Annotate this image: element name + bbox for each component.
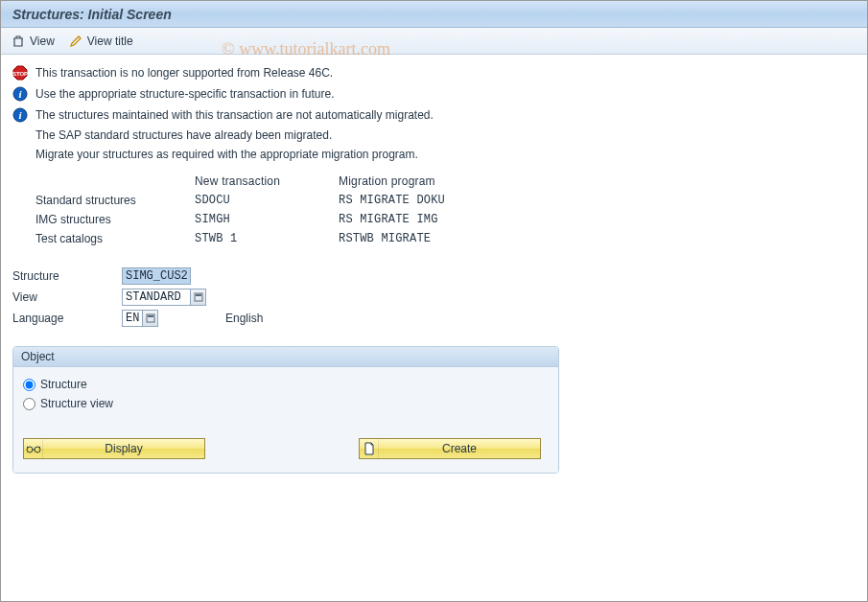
message-text: The structures maintained with this tran…: [35, 108, 434, 122]
radio-structure[interactable]: Structure: [23, 375, 549, 394]
table-row: Standard structures SDOCU RS MIGRATE DOK…: [12, 191, 856, 210]
svg-rect-9: [148, 315, 153, 317]
message-row: i The structures maintained with this tr…: [12, 104, 856, 126]
radio-structure-label: Structure: [40, 378, 87, 391]
display-button-label: Display: [43, 442, 204, 455]
radio-structure-view[interactable]: Structure view: [23, 394, 549, 413]
f4-icon: [194, 292, 203, 302]
view-button-label: View: [30, 35, 55, 48]
view-f4-button[interactable]: [191, 289, 206, 306]
message-text: Use the appropriate structure-specific t…: [35, 87, 334, 101]
view-input[interactable]: [122, 289, 191, 306]
language-input[interactable]: [122, 310, 143, 327]
pencil-icon: [68, 34, 83, 49]
message-row: STOP This transaction is no longer suppo…: [12, 62, 856, 83]
svg-text:STOP: STOP: [12, 71, 28, 77]
radio-structure-view-label: Structure view: [40, 397, 113, 410]
table-cell: IMG structures: [12, 213, 195, 226]
table-header-c: Migration program: [339, 174, 530, 188]
message-row: Migrate your structures as required with…: [12, 145, 856, 164]
view-button[interactable]: View: [11, 34, 55, 49]
table-row: Test catalogs STWB 1 RSTWB MIGRATE: [12, 229, 856, 248]
table-header-b: New transaction: [195, 174, 339, 188]
glasses-icon: [24, 439, 43, 458]
view-title-button-label: View title: [87, 35, 133, 48]
language-text: English: [225, 312, 263, 325]
table-cell: Standard structures: [12, 194, 195, 207]
view-title-button[interactable]: View title: [68, 34, 133, 49]
table-cell: RS MIGRATE DOKU: [339, 194, 530, 207]
form-area: Structure View Language English: [12, 266, 856, 329]
table-cell: STWB 1: [195, 232, 339, 245]
structure-input[interactable]: [122, 267, 191, 285]
table-row: IMG structures SIMGH RS MIGRATE IMG: [12, 210, 856, 229]
message-text: Migrate your structures as required with…: [35, 148, 418, 161]
table-header-a: [12, 174, 195, 188]
info-icon: i: [12, 86, 28, 102]
stop-icon: STOP: [12, 65, 28, 81]
page-title: Structures: Initial Screen: [12, 7, 172, 22]
svg-rect-7: [196, 294, 201, 296]
table-cell: SIMGH: [195, 213, 339, 226]
f4-icon: [146, 313, 155, 323]
new-page-icon: [360, 439, 379, 458]
trash-icon: [11, 34, 26, 49]
content-area: STOP This transaction is no longer suppo…: [1, 55, 867, 481]
titlebar: Structures: Initial Screen: [1, 1, 867, 28]
radio-structure-input[interactable]: [23, 379, 35, 391]
table-cell: RSTWB MIGRATE: [339, 232, 530, 245]
message-row: i Use the appropriate structure-specific…: [12, 83, 856, 104]
create-button[interactable]: Create: [359, 438, 541, 459]
object-groupbox: Object Structure Structure view Display: [12, 346, 559, 474]
toolbar: View View title: [1, 28, 867, 55]
migration-table: New transaction Migration program Standa…: [12, 172, 856, 248]
radio-structure-view-input[interactable]: [23, 398, 35, 410]
message-text: This transaction is no longer supported …: [35, 66, 333, 80]
structure-label: Structure: [12, 269, 122, 283]
language-label: Language: [12, 312, 122, 325]
info-icon: i: [12, 107, 28, 123]
table-cell: Test catalogs: [12, 232, 195, 245]
table-cell: RS MIGRATE IMG: [339, 213, 530, 226]
language-f4-button[interactable]: [143, 310, 158, 327]
view-label: View: [12, 290, 122, 304]
message-row: The SAP standard structures have already…: [12, 126, 856, 145]
table-header: New transaction Migration program: [12, 172, 856, 191]
table-cell: SDOCU: [195, 194, 339, 207]
create-button-label: Create: [379, 442, 540, 455]
message-text: The SAP standard structures have already…: [35, 128, 332, 142]
object-group-title: Object: [13, 347, 558, 367]
display-button[interactable]: Display: [23, 438, 205, 459]
